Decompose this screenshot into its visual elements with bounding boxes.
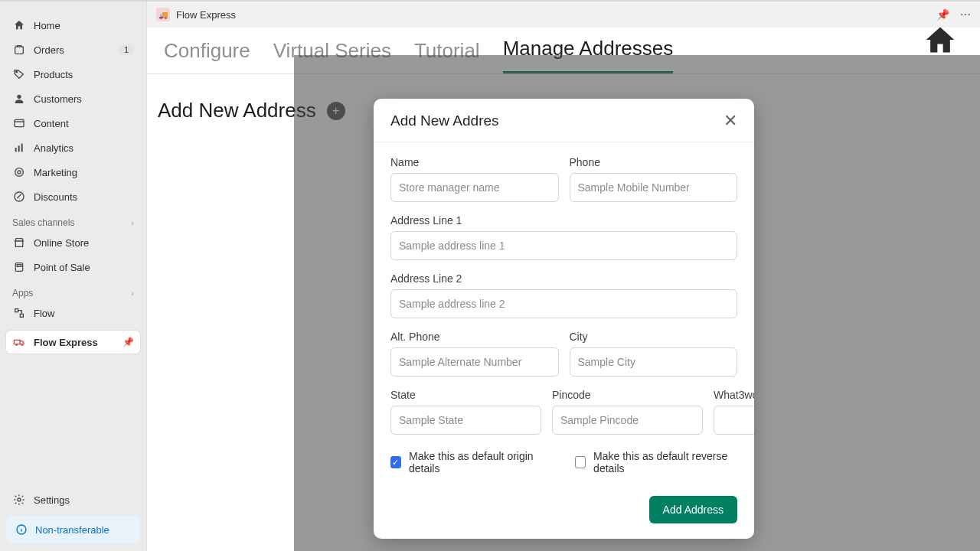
name-label: Name	[390, 156, 559, 168]
content-icon	[12, 116, 26, 130]
app-title: Flow Express	[176, 9, 236, 21]
nav-content[interactable]: Content	[6, 112, 140, 135]
w3w-input[interactable]	[714, 406, 754, 435]
nav-analytics[interactable]: Analytics	[6, 136, 140, 159]
default-origin-checkbox[interactable]: ✓	[390, 456, 401, 468]
nav-customers[interactable]: Customers	[6, 87, 140, 110]
pincode-label: Pincode	[552, 389, 703, 401]
nav-label: Marketing	[34, 167, 77, 178]
tag-icon	[12, 67, 26, 81]
analytics-icon	[12, 141, 26, 155]
default-reverse-checkbox[interactable]	[575, 456, 586, 468]
nav-label: Analytics	[34, 142, 74, 154]
nav-online-store[interactable]: Online Store	[6, 231, 140, 254]
nav-products[interactable]: Products	[6, 63, 140, 86]
app-logo-icon: 🚚	[156, 8, 170, 21]
nav-label: Settings	[34, 494, 70, 506]
nav-label: Products	[34, 69, 73, 80]
sidebar: Home Orders 1 Products Customers Content…	[0, 2, 147, 551]
nav-orders[interactable]: Orders 1	[6, 38, 140, 61]
chevron-right-icon: ›	[131, 218, 134, 227]
svg-point-7	[15, 168, 24, 177]
pin-button[interactable]: 📌	[936, 8, 949, 21]
orders-badge: 1	[119, 44, 134, 55]
discount-icon	[12, 190, 26, 204]
nav-label: Flow	[34, 308, 54, 319]
nav-discounts[interactable]: Discounts	[6, 185, 140, 208]
city-input[interactable]	[570, 347, 738, 377]
addr2-label: Address Line 2	[390, 272, 737, 285]
addr2-input[interactable]	[390, 289, 737, 318]
chevron-right-icon: ›	[131, 289, 134, 298]
city-label: City	[570, 331, 738, 343]
close-icon[interactable]: ✕	[724, 112, 737, 129]
svg-rect-3	[15, 119, 24, 126]
section-apps[interactable]: Apps ›	[6, 280, 140, 302]
pin-icon[interactable]: 📌	[122, 337, 134, 347]
name-input[interactable]	[390, 173, 559, 202]
svg-rect-11	[17, 265, 21, 267]
nav-label: Content	[34, 118, 69, 129]
svg-rect-6	[21, 144, 23, 152]
nav-flow-express[interactable]: Flow Express 📌	[6, 331, 140, 354]
target-icon	[12, 165, 26, 179]
modal-title: Add New Addres	[390, 112, 499, 129]
default-origin-label: Make this as default origin details	[409, 450, 544, 474]
nav-label: Customers	[34, 93, 82, 105]
nav-label: Flow Express	[34, 337, 98, 348]
svg-rect-5	[18, 145, 20, 152]
svg-point-15	[16, 344, 18, 345]
nav-marketing[interactable]: Marketing	[6, 161, 140, 184]
section-sales-channels[interactable]: Sales channels ›	[6, 210, 140, 231]
svg-rect-12	[15, 309, 18, 312]
tab-configure[interactable]: Configure	[164, 39, 250, 73]
add-address-modal: Add New Addres ✕ Name Phone Address Line…	[374, 99, 754, 539]
svg-rect-13	[20, 314, 23, 317]
svg-point-2	[17, 95, 21, 99]
svg-rect-4	[15, 148, 17, 152]
svg-point-8	[18, 171, 21, 174]
svg-point-1	[16, 71, 18, 73]
page-title: Add New Address	[158, 99, 316, 122]
gear-icon	[12, 493, 26, 507]
info-icon	[15, 523, 28, 536]
non-transferable-banner[interactable]: Non-transferable	[6, 516, 140, 543]
home-icon	[12, 18, 26, 32]
svg-point-17	[18, 498, 21, 501]
addr1-input[interactable]	[390, 231, 737, 260]
nav-label: Home	[34, 20, 60, 31]
nav-label: Point of Sale	[34, 262, 90, 273]
orders-icon	[12, 43, 26, 57]
nav-home[interactable]: Home	[6, 14, 140, 37]
state-label: State	[390, 389, 541, 401]
home-large-icon[interactable]	[923, 23, 957, 57]
phone-label: Phone	[570, 156, 738, 168]
add-address-submit[interactable]: Add Address	[649, 496, 737, 523]
w3w-label: What3word	[714, 389, 754, 401]
default-reverse-label: Make this as default reverse details	[593, 450, 737, 474]
more-button[interactable]: ⋯	[960, 8, 971, 21]
pincode-input[interactable]	[552, 406, 703, 435]
phone-input[interactable]	[570, 173, 738, 202]
user-icon	[12, 92, 26, 106]
pos-icon	[12, 260, 26, 274]
addr1-label: Address Line 1	[390, 214, 737, 227]
truck-icon	[12, 335, 26, 349]
nav-label: Discounts	[34, 191, 77, 203]
nav-flow[interactable]: Flow	[6, 302, 140, 324]
state-input[interactable]	[390, 406, 541, 435]
flow-icon	[12, 306, 26, 320]
altphone-label: Alt. Phone	[390, 331, 559, 343]
nav-label: Online Store	[34, 237, 89, 249]
nav-label: Orders	[34, 44, 64, 56]
nav-settings[interactable]: Settings	[6, 488, 140, 511]
altphone-input[interactable]	[390, 347, 559, 377]
nav-pos[interactable]: Point of Sale	[6, 256, 140, 279]
store-icon	[12, 236, 26, 249]
svg-point-16	[21, 344, 23, 345]
topbar: 🚚 Flow Express 📌 ⋯	[147, 2, 980, 28]
svg-rect-0	[15, 47, 24, 54]
